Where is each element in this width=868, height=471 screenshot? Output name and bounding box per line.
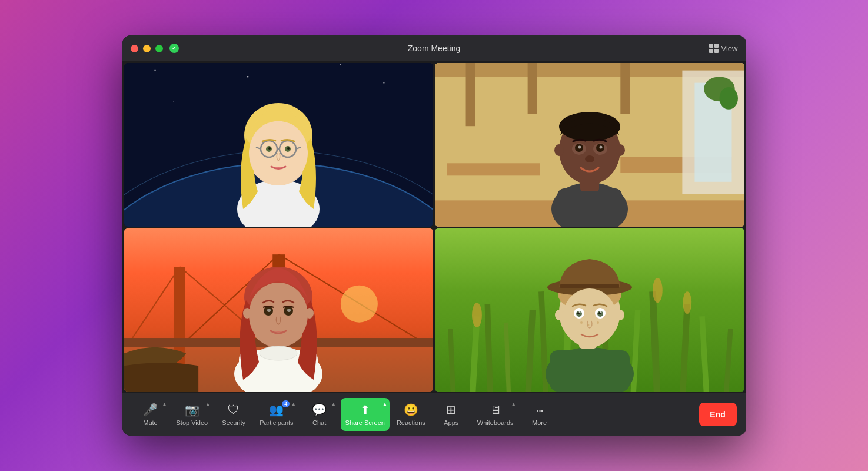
maximize-button[interactable] (155, 45, 163, 52)
svg-rect-31 (447, 163, 540, 175)
avatar-1-svg (214, 74, 343, 227)
close-button[interactable] (131, 45, 138, 52)
svg-point-24 (268, 147, 271, 150)
svg-point-48 (578, 145, 581, 148)
stop-video-caret: ▲ (205, 402, 210, 407)
grid-icon (709, 44, 719, 53)
svg-point-108 (578, 311, 580, 313)
svg-point-68 (249, 283, 308, 347)
mute-caret: ▲ (162, 402, 167, 407)
whiteboards-button[interactable]: ▲ 🖥 Whiteboards (473, 398, 518, 431)
svg-point-74 (305, 308, 314, 319)
svg-point-73 (243, 308, 251, 319)
svg-point-50 (585, 155, 594, 162)
svg-point-1 (154, 70, 155, 71)
svg-point-101 (563, 288, 617, 347)
reactions-label: Reactions (397, 419, 425, 426)
mute-label: Mute (143, 419, 157, 426)
svg-rect-100 (560, 284, 619, 288)
svg-line-77 (450, 329, 453, 392)
svg-point-49 (599, 145, 602, 148)
security-button[interactable]: 🛡 Security (215, 398, 252, 431)
participants-badge: 4 (282, 400, 290, 407)
avatar-4-svg (525, 236, 654, 392)
video-cell-1[interactable] (124, 63, 434, 227)
stop-video-label: Stop Video (177, 419, 208, 426)
toolbar-controls: ▲ 🎤 Mute ▲ 📷 Stop Video 🛡 Security ▲ 👥 (132, 398, 699, 431)
chat-button[interactable]: ▲ 💬 Chat (301, 398, 338, 431)
apps-button[interactable]: ⊞ Apps (433, 398, 470, 431)
view-button[interactable]: View (709, 44, 738, 53)
svg-point-6 (173, 101, 174, 102)
svg-point-5 (383, 82, 384, 84)
chat-icon: 💬 (312, 403, 327, 417)
video-cell-3[interactable] (124, 228, 434, 392)
svg-point-16 (249, 121, 308, 185)
avatar-3-svg (217, 236, 340, 392)
traffic-lights (131, 45, 163, 52)
svg-point-90 (472, 303, 482, 327)
svg-point-112 (580, 321, 583, 324)
video-background-1 (124, 63, 434, 227)
video-grid: ZOO (122, 61, 746, 393)
view-label: View (721, 44, 738, 53)
apps-label: Apps (444, 419, 458, 426)
whiteboards-caret: ▲ (511, 402, 516, 407)
chat-label: Chat (312, 419, 326, 426)
status-indicator (169, 44, 179, 53)
chat-caret: ▲ (331, 402, 336, 407)
svg-point-93 (683, 291, 691, 314)
stop-video-button[interactable]: ▲ 📷 Stop Video (172, 398, 213, 431)
end-button[interactable]: End (699, 403, 737, 426)
toolbar: ▲ 🎤 Mute ▲ 📷 Stop Video 🛡 Security ▲ 👥 (122, 393, 746, 436)
reactions-button[interactable]: 😀 Reactions (392, 398, 430, 431)
microphone-icon: 🎤 (143, 403, 158, 417)
title-bar: Zoom Meeting View (122, 35, 746, 61)
participants-button[interactable]: ▲ 👥 4 Participants (255, 398, 298, 431)
share-screen-label: Share Screen (345, 419, 385, 426)
share-screen-icon: ⬆ (360, 403, 370, 417)
participants-caret: ▲ (291, 402, 296, 407)
zoom-window: Zoom Meeting View (122, 35, 746, 436)
svg-point-75 (260, 346, 297, 360)
svg-point-72 (287, 309, 291, 312)
video-cell-4[interactable] (435, 228, 744, 392)
svg-point-110 (555, 310, 563, 320)
video-background-2: ZOO (435, 63, 744, 227)
avatar-2-svg (531, 79, 648, 227)
svg-point-114 (597, 321, 599, 324)
svg-rect-28 (466, 63, 475, 126)
svg-point-113 (587, 324, 589, 326)
share-screen-button[interactable]: ▲ ⬆ Share Screen (341, 398, 390, 431)
mute-button[interactable]: ▲ 🎤 Mute (132, 398, 169, 431)
share-screen-caret: ▲ (383, 402, 387, 407)
shield-icon: 🛡 (228, 403, 240, 417)
video-background-3 (124, 228, 434, 392)
video-background-4 (435, 228, 744, 392)
svg-point-37 (719, 87, 738, 110)
svg-point-4 (340, 64, 341, 65)
svg-point-62 (340, 285, 377, 322)
participants-label: Participants (260, 419, 293, 426)
svg-point-111 (616, 310, 624, 320)
svg-rect-95 (550, 350, 630, 392)
minimize-button[interactable] (143, 45, 151, 52)
reactions-icon: 😀 (404, 403, 418, 417)
window-title: Zoom Meeting (408, 44, 460, 53)
svg-point-71 (267, 309, 271, 312)
svg-point-52 (616, 144, 625, 156)
svg-point-25 (287, 147, 290, 150)
svg-line-79 (487, 304, 490, 392)
video-cell-2[interactable]: ZOO (435, 63, 744, 227)
svg-point-51 (554, 144, 564, 156)
apps-icon: ⊞ (446, 403, 456, 417)
participants-icon-wrap: 👥 4 (269, 403, 284, 417)
more-icon: ··· (536, 403, 543, 417)
camera-icon: 📷 (185, 403, 199, 417)
more-label: More (532, 419, 547, 426)
svg-point-109 (600, 311, 601, 313)
whiteboards-label: Whiteboards (477, 419, 514, 426)
security-label: Security (222, 419, 245, 426)
whiteboards-icon: 🖥 (490, 403, 501, 417)
more-button[interactable]: ··· More (521, 398, 558, 431)
